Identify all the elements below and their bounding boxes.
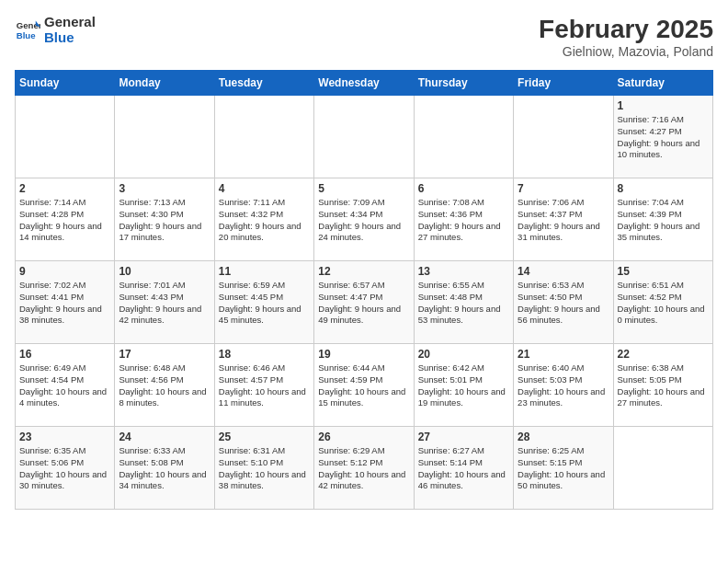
weekday-header-wednesday: Wednesday bbox=[314, 71, 414, 96]
day-info: Sunrise: 6:55 AM Sunset: 4:48 PM Dayligh… bbox=[418, 280, 509, 327]
weekday-header-thursday: Thursday bbox=[414, 71, 513, 96]
calendar-cell: 23Sunrise: 6:35 AM Sunset: 5:06 PM Dayli… bbox=[16, 427, 115, 510]
svg-text:Blue: Blue bbox=[17, 29, 36, 40]
weekday-header-tuesday: Tuesday bbox=[214, 71, 313, 96]
calendar-cell bbox=[16, 96, 115, 178]
calendar-cell bbox=[115, 96, 214, 178]
day-number: 19 bbox=[318, 348, 409, 361]
day-number: 4 bbox=[219, 182, 310, 195]
location-subtitle: Gielniow, Mazovia, Poland bbox=[539, 44, 713, 59]
day-info: Sunrise: 7:02 AM Sunset: 4:41 PM Dayligh… bbox=[19, 280, 110, 327]
day-number: 22 bbox=[618, 348, 709, 361]
calendar-cell bbox=[214, 96, 313, 178]
day-number: 13 bbox=[418, 265, 509, 278]
day-info: Sunrise: 6:46 AM Sunset: 4:57 PM Dayligh… bbox=[219, 362, 310, 409]
calendar-cell: 2Sunrise: 7:14 AM Sunset: 4:28 PM Daylig… bbox=[16, 178, 115, 261]
weekday-header-sunday: Sunday bbox=[16, 71, 115, 96]
day-number: 18 bbox=[219, 348, 310, 361]
day-info: Sunrise: 7:11 AM Sunset: 4:32 PM Dayligh… bbox=[219, 197, 310, 244]
day-info: Sunrise: 7:16 AM Sunset: 4:27 PM Dayligh… bbox=[618, 114, 709, 161]
calendar-cell: 18Sunrise: 6:46 AM Sunset: 4:57 PM Dayli… bbox=[214, 344, 313, 427]
day-info: Sunrise: 7:06 AM Sunset: 4:37 PM Dayligh… bbox=[518, 197, 609, 244]
calendar-cell: 27Sunrise: 6:27 AM Sunset: 5:14 PM Dayli… bbox=[414, 427, 513, 510]
day-number: 2 bbox=[19, 182, 110, 195]
logo: General Blue General Blue bbox=[15, 15, 96, 45]
calendar-cell bbox=[414, 96, 513, 178]
logo-blue: Blue bbox=[44, 30, 96, 46]
calendar-cell: 5Sunrise: 7:09 AM Sunset: 4:34 PM Daylig… bbox=[314, 178, 414, 261]
day-info: Sunrise: 7:13 AM Sunset: 4:30 PM Dayligh… bbox=[119, 197, 210, 244]
day-number: 6 bbox=[418, 182, 509, 195]
day-number: 27 bbox=[418, 431, 509, 443]
day-number: 26 bbox=[318, 431, 409, 443]
calendar-table: SundayMondayTuesdayWednesdayThursdayFrid… bbox=[15, 70, 713, 510]
day-number: 28 bbox=[518, 431, 609, 443]
day-number: 8 bbox=[618, 182, 709, 195]
day-number: 12 bbox=[318, 265, 409, 278]
day-number: 10 bbox=[119, 265, 210, 278]
month-title: February 2025 bbox=[539, 15, 713, 44]
calendar-cell: 20Sunrise: 6:42 AM Sunset: 5:01 PM Dayli… bbox=[414, 344, 513, 427]
weekday-header-friday: Friday bbox=[514, 71, 613, 96]
day-info: Sunrise: 7:04 AM Sunset: 4:39 PM Dayligh… bbox=[618, 197, 709, 244]
day-number: 16 bbox=[19, 348, 110, 361]
calendar-cell: 17Sunrise: 6:48 AM Sunset: 4:56 PM Dayli… bbox=[115, 344, 214, 427]
calendar-cell: 11Sunrise: 6:59 AM Sunset: 4:45 PM Dayli… bbox=[214, 261, 313, 344]
calendar-cell: 3Sunrise: 7:13 AM Sunset: 4:30 PM Daylig… bbox=[115, 178, 214, 261]
calendar-cell: 7Sunrise: 7:06 AM Sunset: 4:37 PM Daylig… bbox=[514, 178, 613, 261]
calendar-cell: 9Sunrise: 7:02 AM Sunset: 4:41 PM Daylig… bbox=[16, 261, 115, 344]
calendar-cell: 25Sunrise: 6:31 AM Sunset: 5:10 PM Dayli… bbox=[214, 427, 313, 510]
day-info: Sunrise: 6:51 AM Sunset: 4:52 PM Dayligh… bbox=[618, 280, 709, 327]
day-number: 17 bbox=[119, 348, 210, 361]
page-header: General Blue General Blue February 2025 … bbox=[15, 15, 713, 59]
day-info: Sunrise: 6:38 AM Sunset: 5:05 PM Dayligh… bbox=[618, 362, 709, 409]
calendar-cell bbox=[314, 96, 414, 178]
day-info: Sunrise: 6:31 AM Sunset: 5:10 PM Dayligh… bbox=[219, 445, 310, 492]
day-number: 23 bbox=[19, 431, 110, 443]
calendar-cell bbox=[613, 427, 712, 510]
calendar-cell: 4Sunrise: 7:11 AM Sunset: 4:32 PM Daylig… bbox=[214, 178, 313, 261]
calendar-cell: 19Sunrise: 6:44 AM Sunset: 4:59 PM Dayli… bbox=[314, 344, 414, 427]
calendar-cell: 21Sunrise: 6:40 AM Sunset: 5:03 PM Dayli… bbox=[514, 344, 613, 427]
calendar-cell: 16Sunrise: 6:49 AM Sunset: 4:54 PM Dayli… bbox=[16, 344, 115, 427]
day-number: 21 bbox=[518, 348, 609, 361]
calendar-cell: 22Sunrise: 6:38 AM Sunset: 5:05 PM Dayli… bbox=[613, 344, 712, 427]
calendar-cell: 15Sunrise: 6:51 AM Sunset: 4:52 PM Dayli… bbox=[613, 261, 712, 344]
logo-icon: General Blue bbox=[15, 17, 40, 43]
week-row-3: 9Sunrise: 7:02 AM Sunset: 4:41 PM Daylig… bbox=[16, 261, 713, 344]
day-number: 3 bbox=[119, 182, 210, 195]
week-row-4: 16Sunrise: 6:49 AM Sunset: 4:54 PM Dayli… bbox=[16, 344, 713, 427]
day-info: Sunrise: 6:33 AM Sunset: 5:08 PM Dayligh… bbox=[119, 445, 210, 492]
calendar-cell: 14Sunrise: 6:53 AM Sunset: 4:50 PM Dayli… bbox=[514, 261, 613, 344]
day-info: Sunrise: 7:09 AM Sunset: 4:34 PM Dayligh… bbox=[318, 197, 409, 244]
day-number: 15 bbox=[618, 265, 709, 278]
title-block: February 2025 Gielniow, Mazovia, Poland bbox=[539, 15, 713, 59]
weekday-header-monday: Monday bbox=[115, 71, 214, 96]
day-number: 1 bbox=[618, 99, 709, 112]
day-info: Sunrise: 6:57 AM Sunset: 4:47 PM Dayligh… bbox=[318, 280, 409, 327]
day-number: 11 bbox=[219, 265, 310, 278]
calendar-cell: 26Sunrise: 6:29 AM Sunset: 5:12 PM Dayli… bbox=[314, 427, 414, 510]
calendar-cell: 24Sunrise: 6:33 AM Sunset: 5:08 PM Dayli… bbox=[115, 427, 214, 510]
day-info: Sunrise: 6:27 AM Sunset: 5:14 PM Dayligh… bbox=[418, 445, 509, 492]
calendar-cell: 1Sunrise: 7:16 AM Sunset: 4:27 PM Daylig… bbox=[613, 96, 712, 178]
week-row-1: 1Sunrise: 7:16 AM Sunset: 4:27 PM Daylig… bbox=[16, 96, 713, 178]
calendar-cell: 8Sunrise: 7:04 AM Sunset: 4:39 PM Daylig… bbox=[613, 178, 712, 261]
day-number: 5 bbox=[318, 182, 409, 195]
week-row-5: 23Sunrise: 6:35 AM Sunset: 5:06 PM Dayli… bbox=[16, 427, 713, 510]
calendar-body: 1Sunrise: 7:16 AM Sunset: 4:27 PM Daylig… bbox=[16, 96, 713, 510]
calendar-cell: 28Sunrise: 6:25 AM Sunset: 5:15 PM Dayli… bbox=[514, 427, 613, 510]
day-number: 14 bbox=[518, 265, 609, 278]
day-info: Sunrise: 7:14 AM Sunset: 4:28 PM Dayligh… bbox=[19, 197, 110, 244]
week-row-2: 2Sunrise: 7:14 AM Sunset: 4:28 PM Daylig… bbox=[16, 178, 713, 261]
day-info: Sunrise: 6:42 AM Sunset: 5:01 PM Dayligh… bbox=[418, 362, 509, 409]
day-info: Sunrise: 6:48 AM Sunset: 4:56 PM Dayligh… bbox=[119, 362, 210, 409]
calendar-cell: 6Sunrise: 7:08 AM Sunset: 4:36 PM Daylig… bbox=[414, 178, 513, 261]
calendar-cell bbox=[514, 96, 613, 178]
day-number: 20 bbox=[418, 348, 509, 361]
day-number: 25 bbox=[219, 431, 310, 443]
day-info: Sunrise: 6:49 AM Sunset: 4:54 PM Dayligh… bbox=[19, 362, 110, 409]
calendar-cell: 10Sunrise: 7:01 AM Sunset: 4:43 PM Dayli… bbox=[115, 261, 214, 344]
day-number: 24 bbox=[119, 431, 210, 443]
day-info: Sunrise: 6:40 AM Sunset: 5:03 PM Dayligh… bbox=[518, 362, 609, 409]
